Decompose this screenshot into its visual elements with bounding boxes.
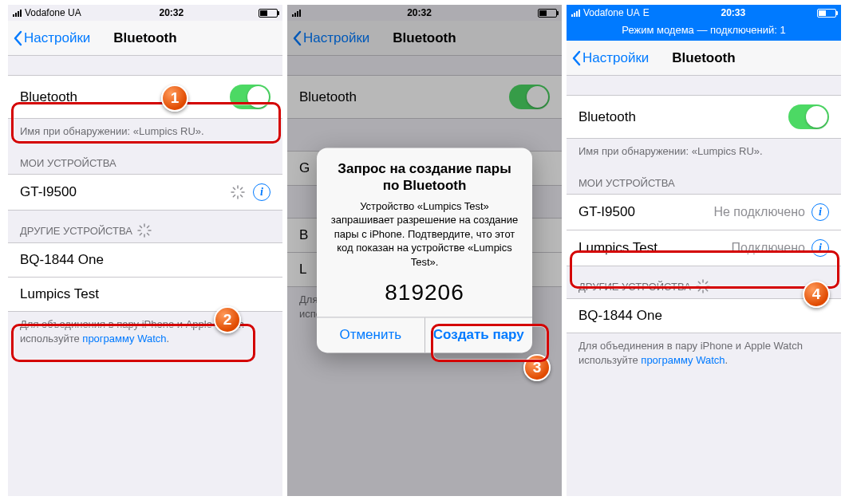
badge-4: 4	[803, 281, 830, 308]
back-button[interactable]: Настройки	[571, 50, 649, 66]
carrier-label: Vodafone UA	[583, 7, 640, 18]
nav-bar: Настройки Bluetooth	[567, 41, 841, 76]
phone-1: Vodafone UA 20:32 Настройки Bluetooth Bl…	[8, 5, 282, 496]
svg-line-23	[705, 282, 707, 283]
badge-3: 3	[523, 354, 551, 381]
alert-title: Запрос на создание пары по Bluetooth	[317, 148, 532, 196]
svg-line-22	[698, 289, 700, 291]
svg-line-4	[233, 187, 235, 189]
other-device-row-lumpics[interactable]: Lumpics Test	[8, 278, 282, 312]
bluetooth-toggle[interactable]	[230, 85, 270, 109]
device-name: Lumpics Test	[20, 286, 270, 302]
other-device-row[interactable]: BQ-1844 One	[8, 242, 282, 278]
status-bar: Vodafone UA 20:32	[8, 5, 282, 21]
other-device-row[interactable]: BQ-1844 One	[567, 298, 841, 333]
nav-bar: Настройки Bluetooth	[8, 21, 282, 56]
back-label: Настройки	[24, 30, 90, 46]
battery-icon	[259, 9, 278, 18]
info-button[interactable]: i	[811, 203, 829, 221]
svg-line-12	[140, 226, 141, 227]
my-devices-header: МОИ УСТРОЙСТВА	[8, 144, 282, 174]
bluetooth-toggle-cell[interactable]: Bluetooth	[8, 75, 282, 119]
chevron-left-icon	[13, 30, 22, 46]
other-devices-label: ДРУГИЕ УСТРОЙСТВА	[20, 225, 132, 237]
status-bar: Vodafone UA E 20:33	[567, 5, 841, 21]
bluetooth-toggle-cell[interactable]: Bluetooth	[567, 95, 841, 139]
cancel-button[interactable]: Отменить	[317, 318, 424, 353]
watch-footer: Для объединения в пару iPhone и Apple Wa…	[567, 333, 841, 373]
signal-icon	[571, 9, 580, 17]
bluetooth-toggle[interactable]	[788, 104, 829, 129]
status-time: 20:33	[650, 7, 817, 18]
svg-line-13	[147, 234, 148, 235]
svg-line-5	[241, 195, 243, 197]
back-button[interactable]: Настройки	[13, 30, 90, 46]
phone-3: Vodafone UA E 20:33 Режим модема — подкл…	[567, 5, 841, 496]
alert-message: Устройство «Lumpics Test» запрашивает ра…	[317, 196, 532, 278]
other-devices-header: ДРУГИЕ УСТРОЙСТВА	[8, 211, 282, 242]
svg-line-21	[705, 289, 707, 291]
phone-2: 20:32 Настройки Bluetooth Bluetooth G B …	[287, 5, 562, 496]
carrier-label: Vodafone UA	[25, 7, 81, 18]
svg-line-6	[233, 195, 235, 197]
device-status: Подключено	[731, 241, 805, 255]
my-device-row-lumpics[interactable]: Lumpics Test Подключено i	[567, 230, 841, 266]
signal-icon	[13, 9, 22, 17]
badge-1: 1	[161, 85, 188, 112]
hotspot-bar[interactable]: Режим модема — подключений: 1	[567, 21, 841, 41]
svg-line-20	[698, 282, 700, 283]
back-label: Настройки	[582, 50, 649, 66]
spinner-icon	[696, 279, 710, 293]
watch-footer: Для объединения в пару iPhone и Apple Wa…	[8, 312, 282, 352]
other-devices-label: ДРУГИЕ УСТРОЙСТВА	[579, 281, 691, 293]
pairing-alert: Запрос на создание пары по Bluetooth Уст…	[317, 148, 532, 352]
device-name: GT-I9500	[579, 204, 713, 220]
pair-button[interactable]: Создать пару	[424, 318, 533, 353]
chevron-left-icon	[571, 50, 581, 66]
spinner-icon	[231, 185, 245, 199]
info-button[interactable]: i	[811, 239, 829, 257]
spinner-icon	[137, 223, 152, 238]
other-devices-header: ДРУГИЕ УСТРОЙСТВА	[567, 266, 841, 298]
bluetooth-label: Bluetooth	[20, 89, 230, 105]
watch-app-link[interactable]: программу Watch	[641, 354, 725, 366]
device-status: Не подключено	[713, 205, 805, 219]
svg-line-14	[140, 234, 141, 235]
network-type: E	[643, 7, 650, 18]
watch-app-link[interactable]: программу Watch	[82, 333, 166, 345]
bluetooth-label: Bluetooth	[579, 109, 788, 125]
my-device-row[interactable]: GT-I9500 Не подключено i	[567, 194, 841, 230]
status-time: 20:32	[85, 7, 259, 18]
pairing-code: 819206	[317, 278, 532, 317]
device-name: BQ-1844 One	[20, 252, 270, 268]
device-name: BQ-1844 One	[579, 308, 829, 324]
info-button[interactable]: i	[253, 183, 270, 201]
my-devices-header: МОИ УСТРОЙСТВА	[567, 164, 841, 194]
discoverable-note: Имя при обнаружении: «Lumpics RU».	[567, 139, 841, 164]
device-name: GT-I9500	[20, 184, 231, 200]
badge-2: 2	[214, 306, 241, 333]
battery-icon	[817, 9, 836, 18]
svg-line-7	[241, 187, 243, 189]
my-device-row[interactable]: GT-I9500 i	[8, 174, 282, 211]
discoverable-note: Имя при обнаружении: «Lumpics RU».	[8, 119, 282, 144]
device-name: Lumpics Test	[579, 240, 731, 256]
svg-line-15	[147, 226, 148, 227]
